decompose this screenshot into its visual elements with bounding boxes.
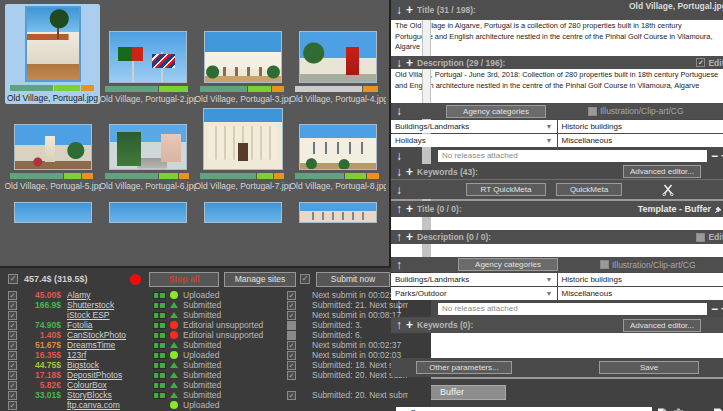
agency-checkbox[interactable]: ✓ <box>8 291 17 300</box>
agency-schedule-checkbox[interactable]: ✓ <box>287 351 296 360</box>
thumbnail-image[interactable] <box>299 31 377 83</box>
agency-link[interactable]: CanStockPhoto <box>67 330 145 340</box>
scissors-icon[interactable] <box>662 184 674 196</box>
add-icon[interactable]: + <box>406 167 413 177</box>
agency-link[interactable]: Bigstock <box>67 360 145 370</box>
submit-now-button[interactable]: Submit now <box>316 272 390 287</box>
expand-up-icon[interactable]: ↑ <box>396 232 402 242</box>
agency-checkbox[interactable]: ✓ <box>8 391 17 400</box>
buffer-name-input[interactable] <box>396 407 652 411</box>
description-textarea[interactable]: Old Village, Portugal - June 3rd, 2018: … <box>391 69 723 103</box>
add-icon[interactable]: + <box>406 5 413 15</box>
pin-icon[interactable] <box>714 205 723 214</box>
expand-up-icon[interactable]: ↑ <box>396 204 402 214</box>
category-dropdown-right-1[interactable]: Historic buildings <box>558 120 723 133</box>
agency-link[interactable]: iStock ESP <box>67 310 145 320</box>
add-icon[interactable]: + <box>406 232 413 242</box>
expand-up-icon[interactable]: ↑ <box>396 320 402 330</box>
agency-categories-button[interactable]: Agency categories <box>446 105 546 118</box>
agency-checkbox[interactable]: ✓ <box>8 381 17 390</box>
agency-schedule-checkbox[interactable]: ✓ <box>287 341 296 350</box>
template-description-input[interactable] <box>391 244 723 257</box>
thumbnail-cell[interactable]: Old Village, Portugal-7.jpg <box>195 108 290 191</box>
agency-link[interactable]: Shutterstock <box>67 300 145 310</box>
grid-scrollbar[interactable]: ▲ ▼ <box>422 0 431 266</box>
add-icon[interactable]: + <box>406 320 413 330</box>
agency-schedule-checkbox[interactable]: ✓ <box>287 371 296 380</box>
category-dropdown-left-1[interactable]: Buildings/Landmarks▼ <box>391 120 557 133</box>
add-icon[interactable]: + <box>406 58 413 68</box>
thumbnail-image[interactable] <box>299 124 377 170</box>
rt-quickmeta-button[interactable]: RT QuickMeta <box>466 183 546 196</box>
thumbnail-image[interactable] <box>203 108 283 170</box>
agency-schedule-checkbox[interactable]: ✓ <box>287 291 296 300</box>
save-button[interactable]: Save <box>599 361 699 374</box>
thumbnail-partial[interactable] <box>109 202 187 223</box>
template-title-input[interactable] <box>391 217 723 230</box>
collapse-down-icon[interactable]: ↓ <box>396 151 402 161</box>
thumbnail-image[interactable] <box>109 31 187 83</box>
editor-checkbox[interactable]: ✓ <box>696 58 705 67</box>
select-all-agencies-checkbox[interactable]: ✓ <box>8 274 18 284</box>
thumbnail-cell[interactable]: Old Village, Portugal-4.jpg <box>290 31 385 104</box>
category-dropdown-left-2[interactable]: Parks/Outdoor▼ <box>391 287 557 300</box>
agency-checkbox[interactable]: ✓ <box>8 351 17 360</box>
agency-checkbox[interactable]: ✓ <box>8 361 17 370</box>
thumbnail-cell[interactable]: Old Village, Portugal-2.jpg <box>100 31 195 104</box>
agency-schedule-checkbox[interactable]: ✓ <box>287 391 296 400</box>
agency-checkbox[interactable]: ✓ <box>8 301 17 310</box>
agency-schedule-checkbox[interactable] <box>287 321 296 330</box>
thumbnail-image[interactable] <box>14 124 92 170</box>
agency-checkbox[interactable]: ✓ <box>8 331 17 340</box>
agency-categories-button[interactable]: Agency categories <box>458 258 558 271</box>
category-dropdown-right-2[interactable]: Miscellaneous <box>558 134 723 147</box>
releases-input[interactable] <box>438 150 707 162</box>
agency-link[interactable]: DepositPhotos <box>67 370 145 380</box>
other-parameters-button[interactable]: Other parameters... <box>416 361 512 374</box>
category-dropdown-left-1[interactable]: Buildings/Landmarks▼ <box>391 273 557 286</box>
agency-link[interactable]: Fotolia <box>67 320 145 330</box>
category-dropdown-right-2[interactable]: Miscellaneous <box>558 287 723 300</box>
remove-release-icon[interactable]: − <box>711 149 718 163</box>
agency-schedule-checkbox[interactable]: ✓ <box>287 311 296 320</box>
agency-link[interactable]: ColourBox <box>67 380 145 390</box>
thumbnail-image[interactable] <box>25 6 81 82</box>
collapse-down-icon[interactable]: ↓ <box>396 58 402 68</box>
document-icon[interactable] <box>713 408 723 411</box>
agency-checkbox[interactable]: ✓ <box>8 341 17 350</box>
illustration-checkbox[interactable] <box>588 107 597 116</box>
agency-link[interactable]: DreamsTime <box>67 340 145 350</box>
thumbnail-cell[interactable]: Old Village, Portugal-5.jpg <box>5 124 100 191</box>
editor-checkbox[interactable] <box>696 233 705 242</box>
thumbnail-partial[interactable] <box>14 202 92 223</box>
remove-release-icon[interactable]: − <box>711 302 718 316</box>
agency-link[interactable]: ftp.canva.com <box>67 400 145 410</box>
agency-checkbox[interactable]: ✓ <box>8 371 17 380</box>
thumbnail-cell[interactable]: Old Village, Portugal-8.jpg <box>290 124 385 191</box>
illustration-checkbox[interactable] <box>600 260 609 269</box>
expand-up-icon[interactable]: ↑ <box>396 260 402 270</box>
stop-all-button[interactable]: Stop all <box>149 272 219 287</box>
expand-up-icon[interactable]: ↑ <box>396 304 402 314</box>
agency-schedule-checkbox[interactable]: ✓ <box>287 301 296 310</box>
trash-icon[interactable] <box>673 408 684 411</box>
agency-checkbox[interactable]: ✓ <box>8 401 17 410</box>
agency-link[interactable]: StoryBlocks <box>67 390 145 400</box>
collapse-down-icon[interactable]: ↓ <box>396 167 402 177</box>
agency-link[interactable]: 123rf <box>67 350 145 360</box>
collapse-down-icon[interactable]: ↓ <box>396 5 402 15</box>
collapse-down-icon[interactable]: ↓ <box>396 185 402 195</box>
back-arrow-icon[interactable]: ← <box>689 407 701 411</box>
manage-sites-button[interactable]: Manage sites <box>224 272 296 287</box>
quickmeta-button[interactable]: QuickMeta <box>556 183 622 196</box>
thumbnail-cell[interactable]: Old Village, Portugal-6.jpg <box>100 124 195 191</box>
thumbnail-cell[interactable]: Old Village, Portugal-3.jpg <box>195 31 290 104</box>
select-all-schedule-checkbox[interactable]: ✓ <box>300 274 310 284</box>
agency-link[interactable]: Alamy <box>67 290 145 300</box>
thumbnail-partial[interactable] <box>299 202 377 223</box>
thumbnail-image[interactable] <box>109 124 187 170</box>
agency-checkbox[interactable]: ✓ <box>8 321 17 330</box>
template-keywords-textarea[interactable] <box>391 333 723 358</box>
collapse-down-icon[interactable]: ↓ <box>396 106 402 116</box>
agency-schedule-checkbox[interactable]: ✓ <box>287 361 296 370</box>
